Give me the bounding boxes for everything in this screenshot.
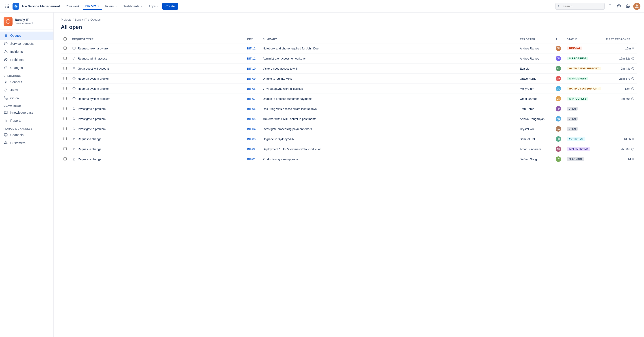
issue-key-link[interactable]: BIT-07: [247, 97, 256, 101]
issue-key-link[interactable]: BIT-10: [247, 67, 256, 70]
search-bar[interactable]: [556, 3, 605, 10]
row-checkbox[interactable]: [64, 147, 67, 150]
project-type: Service Project: [15, 22, 33, 25]
svg-point-51: [73, 128, 75, 130]
row-checkbox[interactable]: [64, 77, 67, 80]
first-response-cell: 1d ⏸: [606, 158, 634, 161]
row-checkbox[interactable]: [64, 137, 67, 140]
summary-text: Unable to process customer payments: [263, 97, 312, 101]
summary-text: 404 error with SMTP server in past month: [263, 117, 316, 121]
breadcrumb-bancly-it[interactable]: Bancly IT: [75, 18, 87, 21]
sidebar-item-problems[interactable]: Problems: [0, 56, 54, 64]
issue-key-link[interactable]: BIT-01: [247, 158, 256, 161]
sidebar-item-incidents[interactable]: Incidents: [0, 48, 54, 56]
app-name: Jira Service Management: [21, 5, 60, 8]
request-type-label: Report a system problem: [78, 97, 110, 101]
first-response-cell: 25m 57s: [606, 77, 634, 80]
row-checkbox[interactable]: [64, 157, 67, 160]
nav-projects[interactable]: Projects: [83, 3, 102, 10]
col-status: Status: [564, 36, 603, 43]
issue-key-link[interactable]: BIT-03: [247, 137, 256, 141]
table-row: Report a system problem BIT-08 VPN outag…: [61, 84, 637, 94]
project-name: Bancly IT: [15, 18, 33, 22]
sidebar-item-channels[interactable]: Channels: [0, 131, 54, 139]
on-call-icon: [4, 96, 8, 101]
request-type-cell: Investigate a problem: [72, 117, 242, 121]
row-checkbox[interactable]: [64, 107, 67, 110]
first-response-cell: 8m 40s: [606, 97, 634, 101]
project-header[interactable]: Bancly IT Service Project: [0, 15, 54, 30]
issue-key-link[interactable]: BIT-04: [247, 127, 256, 131]
nav-your-work[interactable]: Your work: [64, 3, 82, 10]
summary-text: Notebook and phone required for John Doe: [263, 47, 319, 50]
row-checkbox[interactable]: [64, 57, 67, 60]
sidebar-item-changes[interactable]: Changes: [0, 64, 54, 72]
help-button[interactable]: [616, 3, 622, 10]
system-icon: [72, 77, 76, 81]
topnav-right-section: [556, 3, 640, 10]
sidebar-item-knowledge-base[interactable]: Knowledge base: [0, 109, 54, 117]
breadcrumb-current: Queues: [90, 18, 100, 21]
svg-point-13: [628, 6, 628, 7]
nav-filters[interactable]: Filters: [103, 3, 120, 10]
request-type-label: Request a change: [78, 147, 102, 151]
issue-key-link[interactable]: BIT-05: [247, 117, 256, 121]
search-input[interactable]: [562, 5, 602, 8]
request-type-label: Investigate a problem: [78, 117, 106, 121]
issue-key-link[interactable]: BIT-08: [247, 87, 256, 90]
issue-key-link[interactable]: BIT-06: [247, 107, 256, 111]
row-checkbox[interactable]: [64, 67, 67, 70]
reporter-name: Jie Yan Song: [520, 158, 537, 161]
request-type-label: Request admin access: [78, 57, 107, 60]
sidebar-item-reports[interactable]: Reports: [0, 117, 54, 125]
row-checkbox[interactable]: [64, 127, 67, 130]
nav-apps[interactable]: Apps: [146, 3, 162, 10]
queues-icon: [4, 33, 8, 38]
issue-key-link[interactable]: BIT-02: [247, 147, 256, 151]
table-row: Request admin access BIT-11 Administrato…: [61, 54, 637, 64]
table-row: Report a system problem BIT-07 Unable to…: [61, 94, 637, 104]
services-icon: [4, 80, 8, 84]
app-switcher-button[interactable]: [4, 3, 11, 10]
status-badge: AUTHORIZE: [567, 137, 586, 141]
sidebar-item-services[interactable]: Services: [0, 78, 54, 86]
user-avatar[interactable]: [633, 3, 640, 10]
sidebar-item-queues[interactable]: Queues: [0, 32, 54, 40]
notifications-button[interactable]: [606, 3, 614, 10]
status-badge: IN PROGRESS: [567, 77, 588, 80]
search-icon: [558, 5, 561, 8]
assignee-avatar: AS: [556, 146, 561, 152]
sidebar-item-customers[interactable]: Customers: [0, 139, 54, 147]
sidebar-item-on-call[interactable]: On-call: [0, 94, 54, 102]
sidebar-item-alerts[interactable]: Alerts: [0, 86, 54, 94]
reports-icon: [4, 118, 8, 123]
project-icon: [4, 17, 12, 26]
breadcrumb-projects[interactable]: Projects: [61, 18, 71, 21]
select-all-checkbox[interactable]: [64, 37, 67, 41]
changes-icon: [4, 66, 8, 70]
reporter-name: Samuel Hall: [520, 137, 536, 141]
row-checkbox[interactable]: [64, 47, 67, 50]
create-button[interactable]: Create: [162, 3, 178, 10]
row-checkbox[interactable]: [64, 87, 67, 90]
settings-button[interactable]: [624, 3, 632, 10]
chevron-down-icon: [115, 5, 118, 8]
svg-point-14: [636, 5, 638, 6]
investigate-icon: [72, 117, 76, 121]
app-logo[interactable]: Jira Service Management: [12, 3, 60, 10]
request-type-cell: Request a change: [72, 157, 242, 161]
issue-key-link[interactable]: BIT-11: [247, 57, 256, 60]
project-info: Bancly IT Service Project: [15, 18, 33, 25]
issue-key-link[interactable]: BIT-09: [247, 77, 256, 80]
svg-point-10: [558, 5, 560, 7]
top-navigation: Jira Service Management Your work Projec…: [0, 0, 644, 13]
help-icon: [617, 4, 621, 8]
svg-rect-34: [73, 47, 75, 49]
svg-rect-60: [73, 158, 75, 160]
row-checkbox[interactable]: [64, 117, 67, 120]
table-row: Request a change BIT-02 Deployment 18 fo…: [61, 144, 637, 154]
row-checkbox[interactable]: [64, 97, 67, 100]
nav-dashboards[interactable]: Dashboards: [120, 3, 146, 10]
sidebar-item-service-requests[interactable]: Service requests: [0, 40, 54, 48]
issue-key-link[interactable]: BIT-12: [247, 47, 256, 50]
